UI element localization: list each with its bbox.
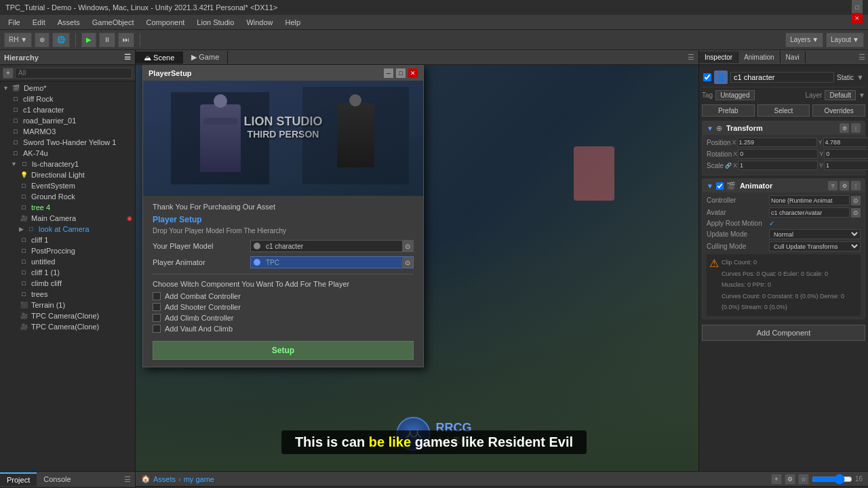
apply-root-checkbox[interactable]: ✓ (769, 220, 774, 227)
global-button[interactable]: 🌐 (52, 33, 70, 47)
menu-file[interactable]: File (3, 17, 26, 28)
modal-close-button[interactable]: ✕ (408, 68, 418, 78)
layout-button[interactable]: Layout▼ (826, 33, 864, 47)
hierarchy-menu-icon[interactable]: ☰ (124, 53, 131, 62)
h-item-c1-character[interactable]: □ c1 character (0, 104, 135, 115)
h-item-tpc-camera2[interactable]: 🎥 TPC Camera(Clone) (0, 321, 135, 332)
player-model-input-wrapper[interactable]: ⊙ (250, 240, 414, 252)
inspector-tab-animation[interactable]: Animation (738, 52, 780, 63)
controller-picker-button[interactable]: ⊙ (851, 196, 861, 205)
menu-component[interactable]: Component (140, 17, 190, 28)
overrides-button[interactable]: Overrides (812, 104, 865, 117)
animator-settings-icon[interactable]: ⚙ (840, 181, 849, 190)
climb-checkbox[interactable] (153, 314, 161, 322)
h-item-untitled[interactable]: □ untitled (0, 256, 135, 267)
project-tab-console[interactable]: Console (37, 473, 77, 485)
project-menu-icon[interactable]: ☰ (120, 475, 135, 484)
transform-settings-icon[interactable]: ⚙ (840, 123, 849, 133)
setup-button[interactable]: Setup (153, 341, 414, 360)
h-item-ls-character[interactable]: ▼ □ ls-charactery1 (0, 159, 135, 169)
object-active-checkbox[interactable] (703, 73, 711, 81)
h-item-marmo3[interactable]: □ MARMO3 (0, 126, 135, 137)
breadcrumb-mygame-link[interactable]: my game (184, 475, 214, 483)
animator-help-icon[interactable]: ? (828, 181, 837, 190)
culling-select[interactable]: Cull Update Transforms Always Animate Cu… (769, 241, 861, 251)
object-name-input[interactable] (730, 72, 834, 83)
hierarchy-search-input[interactable] (15, 68, 132, 79)
menu-lion-studio[interactable]: Lion Studio (191, 17, 239, 28)
menu-window[interactable]: Window (241, 17, 278, 28)
player-animator-picker-button[interactable]: ⊙ (402, 257, 413, 268)
h-item-main-camera[interactable]: 🎥 Main Camera ◉ (0, 213, 135, 224)
add-component-button[interactable]: Add Component (702, 325, 865, 341)
rot-x-input[interactable] (738, 149, 818, 159)
rot-y-input[interactable] (824, 149, 868, 159)
player-animator-input[interactable] (263, 259, 402, 266)
tag-value[interactable]: Untagged (715, 90, 754, 100)
menu-edit[interactable]: Edit (27, 17, 51, 28)
scene-tab-scene[interactable]: ⛰ Scene (136, 52, 183, 64)
avatar-picker-button[interactable]: ⊙ (851, 208, 861, 218)
menu-gameobject[interactable]: GameObject (87, 17, 140, 28)
pos-y-input[interactable] (823, 138, 868, 147)
h-item-cliff1[interactable]: □ cliff 1 (0, 235, 135, 245)
pivot-button[interactable]: ⊕ (35, 33, 50, 47)
modal-minimize-button[interactable]: ─ (384, 68, 393, 78)
modal-titlebar[interactable]: PlayerSetup ─ □ ✕ (143, 66, 423, 81)
modal-maximize-button[interactable]: □ (396, 68, 406, 78)
play-button[interactable]: ▶ (81, 33, 96, 47)
h-item-terrain[interactable]: ⬛ Terrain (1) (0, 300, 135, 310)
update-mode-select[interactable]: Normal Animate Physics Unscaled Time (769, 229, 861, 239)
animator-more-icon[interactable]: ⋮ (851, 181, 861, 190)
static-arrow[interactable]: ▼ (856, 73, 864, 81)
transform-handle-button[interactable]: RH ▼ (4, 33, 32, 47)
h-item-look-camera[interactable]: ▶ □ look at Camera (0, 224, 135, 235)
avatar-input[interactable] (769, 207, 850, 218)
scene-tab-game[interactable]: ▶ Game (183, 51, 228, 64)
animator-enabled-checkbox[interactable] (716, 182, 724, 190)
layers-button[interactable]: Layers▼ (785, 33, 823, 47)
h-item-demo[interactable]: ▼ 🎬 Demo* (0, 83, 135, 94)
h-item-climb-cliff[interactable]: □ climb cliff (0, 278, 135, 289)
asset-settings-button[interactable]: ⚙ (785, 474, 795, 485)
project-tab-project[interactable]: Project (0, 472, 37, 486)
scene-viewport[interactable]: PlayerSetup ─ □ ✕ (136, 65, 698, 471)
transform-header[interactable]: ▼ ⊕ Transform ⚙ ⋮ (703, 121, 865, 135)
inspector-tab-inspector[interactable]: Inspector (699, 52, 738, 63)
scene-options[interactable]: ☰ (684, 53, 698, 62)
inspector-menu-icon[interactable]: ☰ (859, 53, 865, 62)
h-item-ground-rock[interactable]: □ Ground Rock (0, 191, 135, 202)
layer-arrow[interactable]: ▼ (859, 92, 865, 99)
h-item-road-barrier[interactable]: □ road_barrier_01 (0, 115, 135, 126)
h-item-cliff1-1[interactable]: □ cliff 1 (1) (0, 267, 135, 278)
asset-size-slider[interactable] (812, 475, 852, 483)
shooter-checkbox[interactable] (153, 303, 161, 311)
h-item-dir-light[interactable]: 💡 Directional Light (0, 169, 135, 180)
h-item-sword[interactable]: □ Sword Two-Hander Yellow 1 (0, 137, 135, 148)
select-button[interactable]: Select (757, 104, 810, 117)
prefab-button[interactable]: Prefab (702, 104, 755, 117)
menu-assets[interactable]: Assets (52, 17, 85, 28)
h-item-postproc[interactable]: □ PostProccing (0, 245, 135, 256)
inspector-tab-navi[interactable]: Navi (781, 52, 806, 63)
menu-help[interactable]: Help (280, 17, 307, 28)
asset-back-button[interactable]: + (771, 474, 782, 485)
breadcrumb-assets-link[interactable]: Assets (153, 475, 176, 483)
scale-x-input[interactable] (738, 161, 818, 170)
hierarchy-add-button[interactable]: + (3, 68, 14, 79)
layer-value[interactable]: Default (825, 90, 856, 100)
close-button[interactable]: ✕ (852, 13, 863, 24)
step-button[interactable]: ⏭ (118, 33, 134, 47)
controller-input[interactable] (769, 195, 850, 205)
player-model-picker-button[interactable]: ⊙ (402, 241, 413, 251)
pos-x-input[interactable] (737, 138, 817, 147)
maximize-button[interactable]: □ (852, 2, 863, 13)
h-item-tree4[interactable]: □ tree 4 (0, 202, 135, 213)
h-item-cliff-rock[interactable]: □ cliff Rock (0, 94, 135, 104)
pause-button[interactable]: ⏸ (99, 33, 115, 47)
player-animator-input-wrapper[interactable]: ⊙ (250, 256, 414, 268)
h-item-ak74u[interactable]: □ AK-74u (0, 148, 135, 159)
asset-star-button[interactable]: ☆ (798, 474, 809, 485)
h-item-tpc-camera1[interactable]: 🎥 TPC Camera(Clone) (0, 310, 135, 321)
h-item-event-system[interactable]: □ EventSystem (0, 180, 135, 191)
